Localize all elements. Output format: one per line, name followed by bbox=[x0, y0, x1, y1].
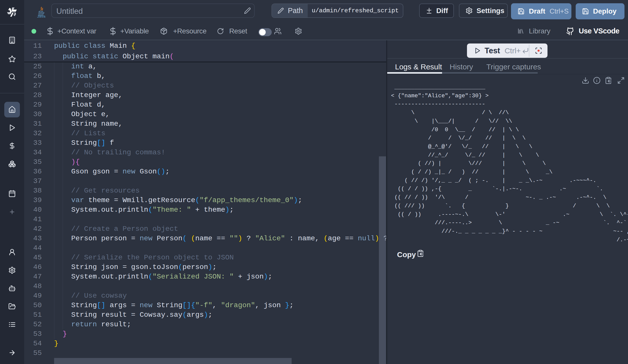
svg-text:Java: Java bbox=[37, 14, 46, 18]
